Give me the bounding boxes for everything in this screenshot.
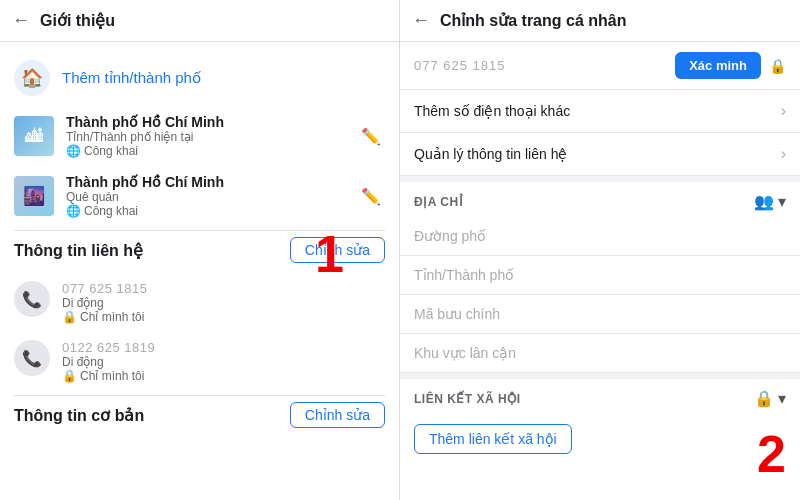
contact-item-2: 📞 0122 625 1819 Di động 🔒 Chỉ mình tôi bbox=[0, 332, 399, 391]
contact-privacy-1: 🔒 Chỉ mình tôi bbox=[62, 310, 385, 324]
home-icon: 🏠 bbox=[14, 60, 50, 96]
location-item-2: 🌆 Thành phố Hồ Chí Minh Quê quán 🌐 Công … bbox=[0, 166, 399, 226]
add-phone-label: Thêm số điện thoại khác bbox=[414, 103, 570, 119]
left-panel-content: 🏠 Thêm tỉnh/thành phố 🏙 Thành phố Hồ Chí… bbox=[0, 42, 399, 500]
location-hcm-current: 🏙 Thành phố Hồ Chí Minh Tỉnh/Thành phố h… bbox=[0, 106, 399, 226]
contact-number-2: 0122 625 1819 bbox=[62, 340, 385, 355]
step-2-number: 2 bbox=[757, 428, 786, 480]
social-section-header: LIÊN KẾT XÃ HỘI 🔒 ▾ bbox=[400, 373, 800, 414]
left-header: ← Giới thiệu bbox=[0, 0, 399, 42]
lock-icon-1: 🔒 bbox=[62, 310, 77, 324]
phone-verify-row: 077 625 1815 Xác minh 🔒 bbox=[400, 42, 800, 90]
contact-privacy-2: 🔒 Chỉ mình tôi bbox=[62, 369, 385, 383]
location-type-2: Quê quán bbox=[66, 190, 357, 204]
contact-details-1: 077 625 1815 Di động 🔒 Chỉ mình tôi bbox=[62, 281, 385, 324]
phone-icon-1: 📞 bbox=[14, 281, 50, 317]
location-privacy-2: 🌐 Công khai bbox=[66, 204, 357, 218]
left-panel-title: Giới thiệu bbox=[40, 11, 115, 30]
basic-edit-button[interactable]: Chỉnh sửa bbox=[290, 402, 385, 428]
city-field-row[interactable]: Tỉnh/Thành phố bbox=[400, 256, 800, 295]
basic-section-label: Thông tin cơ bản bbox=[14, 406, 144, 425]
contact-details-2: 0122 625 1819 Di động 🔒 Chỉ mình tôi bbox=[62, 340, 385, 383]
street-placeholder: Đường phố bbox=[414, 228, 486, 244]
address-section-header: ĐỊA CHỈ 👥 ▾ bbox=[400, 176, 800, 217]
add-phone-row[interactable]: Thêm số điện thoại khác › bbox=[400, 90, 800, 133]
phone-lock-icon: 🔒 bbox=[769, 58, 786, 74]
edit-location-2-icon[interactable]: ✏️ bbox=[357, 183, 385, 210]
city-avatar-1: 🏙 bbox=[14, 116, 54, 156]
right-panel: ← Chỉnh sửa trang cá nhân 077 625 1815 X… bbox=[400, 0, 800, 500]
left-back-arrow[interactable]: ← bbox=[12, 10, 30, 31]
verify-button[interactable]: Xác minh bbox=[675, 52, 761, 79]
location-type-1: Tỉnh/Thành phố hiện tại bbox=[66, 130, 357, 144]
location-info-1: Thành phố Hồ Chí Minh Tỉnh/Thành phố hiệ… bbox=[66, 114, 357, 158]
neighborhood-field-row[interactable]: Khu vực lân cận bbox=[400, 334, 800, 373]
neighborhood-placeholder: Khu vực lân cận bbox=[414, 345, 516, 361]
add-location-label: Thêm tỉnh/thành phố bbox=[62, 69, 201, 87]
basic-section-header: Thông tin cơ bản Chỉnh sửa bbox=[0, 400, 399, 438]
phone-icon-2: 📞 bbox=[14, 340, 50, 376]
divider-2 bbox=[14, 395, 385, 396]
right-panel-content: 077 625 1815 Xác minh 🔒 Thêm số điện tho… bbox=[400, 42, 800, 500]
contact-item-1: 📞 077 625 1815 Di động 🔒 Chỉ mình tôi bbox=[0, 273, 399, 332]
city-avatar-2: 🌆 bbox=[14, 176, 54, 216]
location-privacy-1: 🌐 Công khai bbox=[66, 144, 357, 158]
right-header: ← Chỉnh sửa trang cá nhân bbox=[400, 0, 800, 42]
audience-icon[interactable]: 👥 ▾ bbox=[754, 192, 786, 211]
add-social-area: Thêm liên kết xã hội 2 bbox=[400, 414, 800, 470]
contact-section-label: Thông tin liên hệ bbox=[14, 241, 143, 260]
globe-icon-2: 🌐 bbox=[66, 204, 81, 218]
manage-contact-label: Quản lý thông tin liên hệ bbox=[414, 146, 567, 162]
phone-blurred-number: 077 625 1815 bbox=[414, 58, 667, 73]
add-location-button[interactable]: 🏠 Thêm tỉnh/thành phố bbox=[0, 50, 399, 106]
social-lock-icon[interactable]: 🔒 ▾ bbox=[754, 389, 786, 408]
globe-icon-1: 🌐 bbox=[66, 144, 81, 158]
contact-number-1: 077 625 1815 bbox=[62, 281, 385, 296]
lock-icon-2: 🔒 bbox=[62, 369, 77, 383]
edit-location-1-icon[interactable]: ✏️ bbox=[357, 123, 385, 150]
right-panel-title: Chỉnh sửa trang cá nhân bbox=[440, 11, 626, 30]
zipcode-placeholder: Mã bưu chính bbox=[414, 306, 500, 322]
zipcode-field-row[interactable]: Mã bưu chính bbox=[400, 295, 800, 334]
chevron-right-1-icon: › bbox=[781, 102, 786, 120]
manage-contact-row[interactable]: Quản lý thông tin liên hệ › bbox=[400, 133, 800, 176]
divider-1 bbox=[14, 230, 385, 231]
chevron-right-2-icon: › bbox=[781, 145, 786, 163]
social-label: LIÊN KẾT XÃ HỘI bbox=[414, 392, 521, 406]
left-panel: ← Giới thiệu 🏠 Thêm tỉnh/thành phố 🏙 Thà… bbox=[0, 0, 400, 500]
contact-section-header: Thông tin liên hệ Chỉnh sửa 1 bbox=[0, 235, 399, 273]
city-placeholder: Tỉnh/Thành phố bbox=[414, 267, 514, 283]
address-label: ĐỊA CHỈ bbox=[414, 195, 463, 209]
contact-edit-button[interactable]: Chỉnh sửa bbox=[290, 237, 385, 263]
location-item: 🏙 Thành phố Hồ Chí Minh Tỉnh/Thành phố h… bbox=[0, 106, 399, 166]
location-info-2: Thành phố Hồ Chí Minh Quê quán 🌐 Công kh… bbox=[66, 174, 357, 218]
location-name-1: Thành phố Hồ Chí Minh bbox=[66, 114, 357, 130]
location-name-2: Thành phố Hồ Chí Minh bbox=[66, 174, 357, 190]
contact-type-1: Di động bbox=[62, 296, 385, 310]
add-social-button[interactable]: Thêm liên kết xã hội bbox=[414, 424, 572, 454]
contact-type-2: Di động bbox=[62, 355, 385, 369]
street-field-row[interactable]: Đường phố bbox=[400, 217, 800, 256]
right-back-arrow[interactable]: ← bbox=[412, 10, 430, 31]
